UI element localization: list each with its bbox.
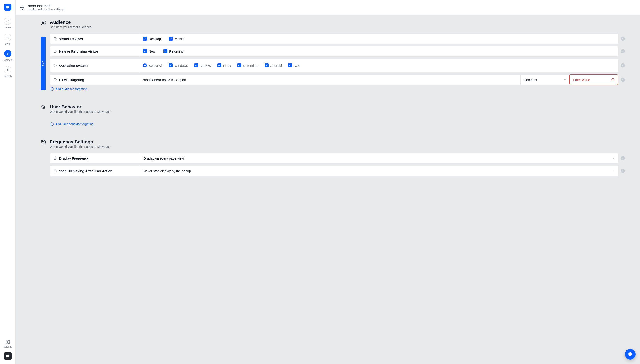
step-segment[interactable]: 3 Segment (3, 50, 13, 61)
add-behavior-targeting[interactable]: + Add user behavior targeting (50, 122, 618, 126)
step-label: Segment (3, 58, 13, 61)
checkbox-new[interactable]: New (143, 49, 155, 53)
step-label: Style (5, 42, 10, 45)
settings-button[interactable]: Settings (3, 340, 12, 348)
chat-fab[interactable] (625, 349, 635, 360)
segment-label: Operating System (59, 64, 88, 68)
checkbox-windows[interactable]: Windows (169, 64, 188, 68)
main-area: AND Audience Segment your target audienc… (16, 15, 640, 364)
remove-row-button[interactable] (621, 36, 625, 41)
section-title: Frequency Settings (50, 139, 111, 144)
display-frequency-select[interactable]: Display on every page view (140, 153, 618, 163)
check-icon (6, 36, 10, 39)
checkbox-returning[interactable]: Returning (163, 49, 183, 53)
checkbox-macos[interactable]: MacOS (194, 64, 211, 68)
checkbox-chromium[interactable]: Chromium (237, 64, 258, 68)
remove-row-button[interactable] (621, 49, 625, 54)
cursor-click-icon (41, 104, 46, 110)
svg-point-0 (7, 341, 9, 343)
chat-icon (628, 352, 633, 357)
briefcase-icon (6, 354, 10, 358)
check-icon (6, 20, 10, 23)
chevron-down-icon (612, 170, 615, 172)
segment-label: HTML Targeting (59, 78, 84, 82)
row-stop-displaying: Stop Displaying After User Action Never … (50, 166, 618, 176)
remove-row-button[interactable] (621, 169, 625, 173)
audience-header: Audience Segment your target audience (41, 20, 618, 29)
checkbox-android[interactable]: Android (265, 64, 282, 68)
frequency-header: Frequency Settings When would you like t… (41, 139, 618, 148)
remove-row-button[interactable] (621, 156, 625, 160)
step-customize[interactable]: Customize (2, 18, 14, 29)
checkbox-linux[interactable]: Linux (217, 64, 231, 68)
row-new-returning: New or Returning Visitor New Returning (50, 46, 618, 56)
radio-select-all[interactable]: Select All (143, 64, 162, 68)
segment-label: Visitor Devices (59, 37, 83, 40)
info-icon[interactable] (53, 78, 57, 82)
step-publish[interactable]: 4 Publish (4, 66, 12, 78)
chevron-down-icon (612, 157, 615, 160)
info-icon[interactable] (53, 169, 57, 173)
section-subtitle: Segment your target audience (50, 25, 92, 29)
svg-point-2 (42, 21, 44, 23)
row-operating-system: Operating System Select All Windows MacO… (50, 58, 618, 72)
add-audience-targeting[interactable]: + Add audience targeting (50, 87, 618, 91)
briefcase-button[interactable] (4, 352, 12, 360)
person-icon (41, 20, 46, 25)
row-visitor-devices: Visitor Devices Desktop Mobile (50, 33, 618, 44)
html-value-input[interactable] (573, 78, 602, 82)
gear-icon (5, 340, 10, 344)
page-title: announcement (28, 4, 65, 8)
section-title: User Behavior (50, 104, 111, 110)
row-display-frequency: Display Frequency Display on every page … (50, 153, 618, 164)
globe-icon (20, 5, 25, 10)
html-operator-select[interactable]: Contains (520, 74, 569, 85)
page-subtitle: poetic-muffin-cbc3ee.netlify.app (28, 8, 65, 11)
chat-bubble-icon (6, 5, 10, 9)
stop-displaying-select[interactable]: Never stop displaying the popup (140, 166, 618, 176)
info-icon[interactable] (53, 156, 57, 160)
checkbox-desktop[interactable]: Desktop (143, 36, 161, 40)
checkbox-mobile[interactable]: Mobile (169, 36, 184, 40)
segment-label: Display Frequency (59, 156, 89, 160)
html-value-input-wrap (569, 74, 618, 85)
step-style[interactable]: Style (4, 34, 11, 45)
html-selector-value[interactable]: #index-hero-text > h1 > span (140, 74, 520, 85)
info-icon[interactable] (53, 64, 57, 67)
remove-row-button[interactable] (621, 78, 625, 82)
top-bar: announcement poetic-muffin-cbc3ee.netlif… (16, 0, 640, 15)
history-icon (41, 140, 46, 145)
segment-label: New or Returning Visitor (59, 50, 98, 53)
section-subtitle: When would you like the popup to show up… (50, 110, 111, 114)
chevron-down-icon (564, 78, 566, 81)
error-icon (611, 78, 615, 82)
left-sidebar: Customize Style 3 Segment 4 Publish Sett… (0, 0, 16, 364)
plus-icon: + (50, 122, 54, 126)
row-html-targeting: HTML Targeting #index-hero-text > h1 > s… (50, 74, 618, 85)
info-icon[interactable] (53, 50, 57, 53)
checkbox-ios[interactable]: IOS (288, 64, 300, 68)
section-subtitle: When would you like the popup to show up… (50, 145, 111, 148)
remove-row-button[interactable] (621, 64, 625, 68)
settings-label: Settings (3, 345, 12, 348)
info-icon[interactable] (53, 37, 57, 40)
behavior-header: User Behavior When would you like the po… (41, 104, 618, 114)
app-logo[interactable] (4, 4, 11, 11)
step-label: Customize (2, 26, 14, 29)
plus-icon: + (50, 87, 54, 91)
step-label: Publish (4, 75, 12, 78)
segment-label: Stop Displaying After User Action (59, 169, 112, 173)
section-title: Audience (50, 20, 92, 25)
